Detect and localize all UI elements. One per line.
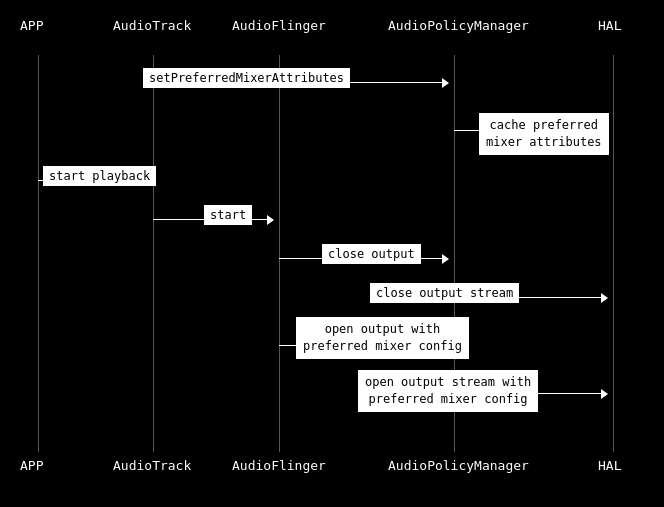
box-open-output: open output withpreferred mixer config: [296, 317, 469, 359]
header-hal: HAL: [598, 18, 621, 33]
vline-hal: [613, 55, 614, 452]
footer-audioflinger: AudioFlinger: [232, 458, 326, 473]
vline-audiotrack: [153, 55, 154, 452]
footer-audiopolicymanager: AudioPolicyManager: [388, 458, 529, 473]
box-start: start: [204, 205, 252, 225]
header-audioflinger: AudioFlinger: [232, 18, 326, 33]
vline-app: [38, 55, 39, 452]
box-set-preferred-mixer: setPreferredMixerAttributes: [143, 68, 350, 88]
box-open-output-stream: open output stream withpreferred mixer c…: [358, 370, 538, 412]
header-audiopolicymanager: AudioPolicyManager: [388, 18, 529, 33]
box-close-output-stream: close output stream: [370, 283, 519, 303]
header-audiotrack: AudioTrack: [113, 18, 191, 33]
footer-audiotrack: AudioTrack: [113, 458, 191, 473]
box-cache-preferred: cache preferredmixer attributes: [479, 113, 609, 155]
header-app: APP: [20, 18, 43, 33]
vline-audioflinger: [279, 55, 280, 452]
box-start-playback: start playback: [43, 166, 156, 186]
footer-app: APP: [20, 458, 43, 473]
footer-hal: HAL: [598, 458, 621, 473]
box-close-output: close output: [322, 244, 421, 264]
